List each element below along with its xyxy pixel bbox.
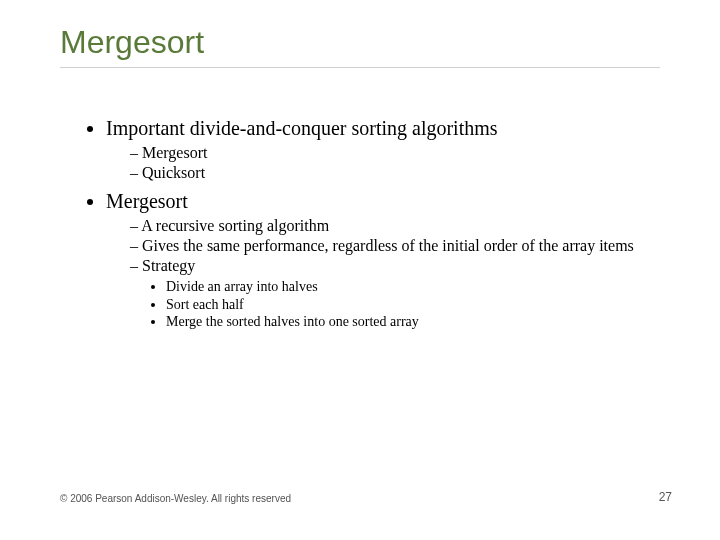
subsub-bullet-text: Sort each half bbox=[166, 297, 244, 312]
sub-bullet-text: Strategy bbox=[142, 257, 195, 274]
bullet-text: Important divide-and-conquer sorting alg… bbox=[106, 117, 498, 139]
sub-bullet-item: Mergesort bbox=[130, 143, 660, 163]
content-area: Important divide-and-conquer sorting alg… bbox=[60, 116, 660, 331]
bullet-list-level2: A recursive sorting algorithm Gives the … bbox=[106, 216, 660, 331]
subsub-bullet-item: Sort each half bbox=[166, 296, 660, 314]
subsub-bullet-text: Divide an array into halves bbox=[166, 279, 318, 294]
bullet-text: Mergesort bbox=[106, 190, 188, 212]
title-rule bbox=[60, 67, 660, 68]
sub-bullet-item: A recursive sorting algorithm bbox=[130, 216, 660, 236]
slide-title: Mergesort bbox=[60, 24, 660, 61]
sub-bullet-item: Gives the same performance, regardless o… bbox=[130, 236, 660, 256]
copyright-text: © 2006 Pearson Addison-Wesley. All right… bbox=[60, 493, 291, 504]
bullet-list-level2: Mergesort Quicksort bbox=[106, 143, 660, 183]
bullet-list-level3: Divide an array into halves Sort each ha… bbox=[130, 278, 660, 331]
slide: Mergesort Important divide-and-conquer s… bbox=[0, 0, 720, 540]
sub-bullet-text: A recursive sorting algorithm bbox=[141, 217, 329, 234]
sub-bullet-text: Quicksort bbox=[142, 164, 205, 181]
sub-bullet-item: Strategy Divide an array into halves Sor… bbox=[130, 256, 660, 331]
page-number: 27 bbox=[659, 490, 672, 504]
sub-bullet-text: Gives the same performance, regardless o… bbox=[142, 237, 634, 254]
subsub-bullet-item: Divide an array into halves bbox=[166, 278, 660, 296]
subsub-bullet-item: Merge the sorted halves into one sorted … bbox=[166, 313, 660, 331]
sub-bullet-item: Quicksort bbox=[130, 163, 660, 183]
subsub-bullet-text: Merge the sorted halves into one sorted … bbox=[166, 314, 419, 329]
sub-bullet-text: Mergesort bbox=[142, 144, 207, 161]
bullet-list-level1: Important divide-and-conquer sorting alg… bbox=[60, 116, 660, 331]
bullet-item: Mergesort A recursive sorting algorithm … bbox=[106, 189, 660, 331]
bullet-item: Important divide-and-conquer sorting alg… bbox=[106, 116, 660, 183]
